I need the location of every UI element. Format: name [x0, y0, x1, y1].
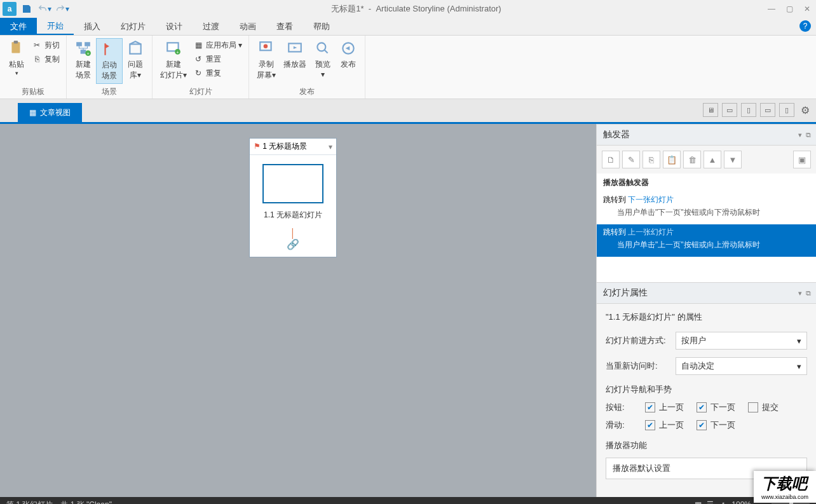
svg-point-12: [264, 44, 268, 49]
chk-swipe-prev[interactable]: 上一页: [645, 419, 684, 431]
cut-button[interactable]: ✂剪切: [29, 38, 62, 52]
swipe-label: 滑动:: [606, 419, 632, 431]
panel-undock-icon[interactable]: ⧉: [806, 131, 811, 139]
redo-icon[interactable]: ▾: [55, 1, 70, 17]
zoom-value: 100%: [731, 500, 751, 504]
save-icon[interactable]: [19, 1, 34, 17]
paste-button[interactable]: 粘贴▾: [4, 38, 29, 84]
question-bank-button[interactable]: 问题 库▾: [123, 38, 148, 84]
chk-prev-button[interactable]: 上一页: [645, 402, 684, 413]
new-scene-button[interactable]: +新建 场景: [71, 38, 96, 84]
add-trigger-button[interactable]: 🗋: [602, 151, 620, 168]
story-canvas[interactable]: ⚑ 1 无标题场景 ▾ 1.1 无标题幻灯片 │ 🔗: [0, 124, 596, 497]
file-menu[interactable]: 文件: [0, 18, 37, 35]
apply-layout-button[interactable]: ▦应用布局 ▾: [191, 38, 245, 52]
panel-menu-icon[interactable]: ▾: [798, 289, 802, 297]
group-clipboard: 剪贴板: [4, 85, 62, 97]
revisit-label: 当重新访问时:: [606, 360, 669, 372]
maximize-button[interactable]: ▢: [780, 0, 798, 18]
props-heading: "1.1 无标题幻灯片" 的属性: [606, 311, 807, 323]
variables-button[interactable]: ▣: [793, 151, 811, 168]
chk-swipe-next[interactable]: 下一页: [697, 419, 735, 431]
start-scene-button[interactable]: 启动 场景: [96, 38, 123, 84]
app-icon: a: [3, 2, 17, 16]
svg-rect-4: [81, 50, 86, 54]
move-up-button[interactable]: ▲: [704, 151, 721, 168]
chk-next-button[interactable]: 下一页: [697, 402, 735, 413]
move-down-button[interactable]: ▼: [724, 151, 742, 168]
repeat-button[interactable]: ↻重复: [191, 66, 245, 80]
flag-icon: ⚑: [254, 142, 261, 151]
svg-rect-0: [11, 42, 20, 53]
svg-rect-7: [130, 44, 140, 54]
nav-heading: 幻灯片导航和手势: [606, 384, 807, 395]
scene-card[interactable]: ⚑ 1 无标题场景 ▾ 1.1 无标题幻灯片 │ 🔗: [249, 138, 337, 257]
delete-trigger-button[interactable]: 🗑: [683, 151, 701, 168]
viewport-tablet-landscape-icon[interactable]: ▭: [722, 103, 737, 117]
tab-home[interactable]: 开始: [37, 18, 74, 35]
svg-text:+: +: [177, 50, 179, 55]
publish-button[interactable]: 发布: [336, 38, 361, 84]
trigger-detail: 当用户单击"下一页"按钮或向下滑动鼠标时: [603, 205, 810, 222]
grid-view-icon[interactable]: ▦: [695, 500, 702, 504]
panel-menu-icon[interactable]: ▾: [798, 131, 802, 139]
story-view-icon: ▦: [29, 108, 36, 117]
viewport-desktop-icon[interactable]: 🖥: [703, 103, 718, 117]
story-view-tab[interactable]: ▦ 文章视图: [18, 103, 82, 122]
trigger-detail: 当用户单击"上一页"按钮或向上滑动鼠标时: [603, 238, 810, 254]
slide-props-panel-header: 幻灯片属性 ▾⧉: [597, 282, 816, 304]
reset-button[interactable]: ↺重置: [191, 52, 245, 66]
revisit-select[interactable]: 自动决定▾: [676, 357, 807, 375]
status-text: 第 1 张幻灯片，共 1 张 "Clean": [6, 500, 112, 505]
svg-rect-2: [76, 42, 82, 46]
player-features-heading: 播放器功能: [606, 440, 807, 451]
tab-animations[interactable]: 动画: [229, 18, 266, 35]
group-scene: 场景: [71, 85, 148, 97]
tab-design[interactable]: 设计: [156, 18, 193, 35]
list-view-icon[interactable]: ☰: [707, 500, 714, 504]
group-publish: 发布: [253, 85, 361, 97]
triggers-panel-header: 触发器 ▾⧉: [597, 124, 816, 146]
preview-button[interactable]: 预览 ▾: [310, 38, 336, 84]
slide-thumbnail[interactable]: [262, 164, 323, 203]
tab-help[interactable]: 帮助: [303, 18, 340, 35]
tab-insert[interactable]: 插入: [74, 18, 111, 35]
svg-text:+: +: [87, 51, 90, 56]
trigger-section-player: 播放器触发器: [597, 174, 816, 192]
copy-trigger-button[interactable]: ⎘: [643, 151, 660, 168]
viewport-tablet-portrait-icon[interactable]: ▯: [741, 103, 756, 117]
paste-trigger-button[interactable]: 📋: [663, 151, 681, 168]
watermark: 下载吧 www.xiazaiba.com: [754, 471, 816, 503]
new-slide-button[interactable]: +新建 幻灯片▾: [156, 38, 191, 84]
advance-label: 幻灯片前进方式:: [606, 335, 669, 346]
scene-dropdown-icon[interactable]: ▾: [329, 142, 332, 151]
svg-rect-1: [14, 41, 18, 43]
window-title: 无标题1* - Articulate Storyline (Administra…: [70, 3, 763, 15]
tab-slides[interactable]: 幻灯片: [111, 18, 156, 35]
viewport-settings-icon[interactable]: ⚙: [798, 103, 812, 117]
viewport-phone-portrait-icon[interactable]: ▯: [779, 103, 794, 117]
tab-transitions[interactable]: 过渡: [193, 18, 229, 35]
trigger-row-next[interactable]: 跳转到 下一张幻灯片 当用户单击"下一页"按钮或向下滑动鼠标时: [597, 192, 816, 224]
scene-title: 1 无标题场景: [262, 142, 307, 151]
help-icon[interactable]: ?: [799, 20, 811, 32]
link-icon: 🔗: [287, 238, 299, 250]
slide-title: 1.1 无标题幻灯片: [264, 210, 322, 221]
buttons-label: 按钮:: [606, 402, 632, 413]
tab-view[interactable]: 查看: [266, 18, 303, 35]
close-button[interactable]: ✕: [798, 0, 816, 18]
panel-undock-icon[interactable]: ⧉: [806, 289, 811, 297]
record-screen-button[interactable]: 录制 屏幕▾: [253, 38, 280, 84]
edit-trigger-button[interactable]: ✎: [622, 151, 640, 168]
trigger-row-prev[interactable]: 跳转到 上一张幻灯片 当用户单击"上一页"按钮或向上滑动鼠标时: [597, 224, 816, 257]
svg-rect-3: [85, 42, 90, 46]
fit-view-icon[interactable]: ⤢: [719, 500, 725, 504]
group-slides: 幻灯片: [156, 85, 245, 97]
advance-select[interactable]: 按用户▾: [676, 332, 807, 350]
player-button[interactable]: 播放器: [280, 38, 310, 84]
copy-button[interactable]: ⎘复制: [29, 52, 62, 66]
viewport-phone-landscape-icon[interactable]: ▭: [760, 103, 775, 117]
minimize-button[interactable]: ―: [763, 0, 780, 18]
undo-icon[interactable]: ▾: [37, 1, 52, 17]
chk-submit-button[interactable]: 提交: [748, 402, 779, 413]
